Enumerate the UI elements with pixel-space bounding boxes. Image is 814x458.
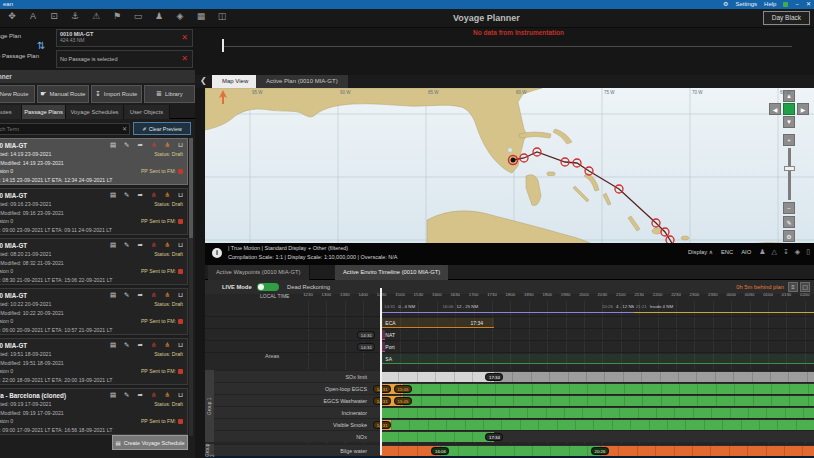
edit-icon[interactable]: ✎ [124, 141, 129, 149]
tab-routes[interactable]: Routes [0, 105, 22, 119]
tab-voyage-schedules[interactable]: Voyage Schedules [66, 105, 124, 119]
timeline-options-button[interactable]: ≡ [788, 282, 798, 292]
sidebar-scrollbar[interactable] [189, 138, 193, 436]
person-icon[interactable]: ♟ [153, 11, 165, 21]
export-icon[interactable]: ➦ [138, 291, 143, 299]
create-voyage-schedule-button[interactable]: ▤Create Voyage Schedule [112, 435, 188, 450]
route-check-icon[interactable]: ⋔ [151, 191, 156, 199]
zoom-slider-handle[interactable] [784, 166, 795, 171]
new-route-button[interactable]: ✚New Route [0, 85, 35, 103]
passage-plan-card[interactable]: 0010 MIA-GT▤✎➦⋔⋔⊔Created: 19:51 18-09-20… [0, 338, 188, 385]
export-icon[interactable]: ➦ [138, 141, 143, 149]
print-icon[interactable]: ▤ [110, 241, 116, 249]
swap-arrows-icon[interactable]: ⇅ [37, 40, 45, 51]
anchor-drop-icon[interactable]: ↧ [783, 248, 789, 256]
passage-plan-card[interactable]: 0010 MIA-GT▤✎➦⋔⋔⊔Created: 09:16 23-09-20… [0, 188, 188, 235]
enc-toggle[interactable]: ENC [721, 249, 733, 255]
timeline-expand-button[interactable]: ▢ [800, 282, 810, 292]
print-icon[interactable]: ▤ [110, 191, 116, 199]
delete-icon[interactable]: ⊔ [178, 391, 183, 399]
edit-icon[interactable]: ✎ [124, 191, 129, 199]
edit-icon[interactable]: ✎ [124, 291, 129, 299]
route-check-icon[interactable]: ⋔ [151, 141, 156, 149]
passage-plan-card[interactable]: 0010 MIA-GT▤✎➦⋔⋔⊔Created: 14:19 23-09-20… [0, 138, 188, 185]
passage-plan-card[interactable]: 0010 MIA-GT▤✎➦⋔⋔⊔Created: 10:22 20-09-20… [0, 288, 188, 335]
tag-icon[interactable]: ◈ [174, 11, 186, 21]
export-icon[interactable]: ➦ [138, 241, 143, 249]
zoom-slider-track[interactable] [788, 148, 791, 200]
draw-button[interactable]: ✎ [783, 216, 795, 228]
close-button[interactable]: ✕ [806, 0, 811, 9]
split-view-icon[interactable]: ◫ [216, 11, 228, 21]
map-settings-button[interactable]: ⚙ [783, 230, 795, 242]
clear-search-icon[interactable]: ✕ [122, 125, 127, 132]
clear-passage-icon[interactable]: ✕ [181, 54, 188, 63]
triangle-icon[interactable]: △ [771, 248, 776, 256]
edit-icon[interactable]: ✎ [124, 241, 129, 249]
tab-map-view[interactable]: Map View [212, 75, 258, 88]
tab-active-plan[interactable]: Active Plan (0010 MIA-GT) [256, 75, 348, 88]
library-button[interactable]: ≣Library [144, 85, 195, 103]
collapse-sidebar-icon[interactable]: ❮ [200, 76, 207, 85]
text-label-icon[interactable]: A [27, 11, 39, 21]
display-dropdown[interactable]: Display ∧ [688, 249, 713, 255]
zoom-in-button[interactable]: + [783, 134, 795, 146]
print-icon[interactable]: ▤ [110, 141, 116, 149]
clear-preview-button[interactable]: ✐Clear Preview [133, 122, 191, 135]
import-route-button[interactable]: ↧Import Route [91, 85, 142, 103]
print-icon[interactable]: ▤ [110, 291, 116, 299]
passage-plan-card[interactable]: India - Barcelona (cloned)▤✎➦⋔⋔⊔Created:… [0, 388, 188, 435]
live-mode-toggle[interactable] [257, 283, 279, 291]
anchor-icon[interactable]: ⚓ [69, 11, 81, 21]
help-button[interactable]: Help [764, 0, 776, 9]
clear-plan-icon[interactable]: ✕ [181, 33, 188, 42]
pan-right-button[interactable]: ▶ [797, 103, 809, 115]
print-icon[interactable]: ▤ [110, 391, 116, 399]
delete-icon[interactable]: ⊔ [178, 141, 183, 149]
delete-icon[interactable]: ⊔ [178, 241, 183, 249]
export-icon[interactable]: ➦ [138, 391, 143, 399]
day-mode-select[interactable]: Day Black [763, 11, 810, 25]
route-optimize-icon[interactable]: ⋔ [164, 291, 169, 299]
delete-icon[interactable]: ⊔ [178, 341, 183, 349]
tab-user-objects[interactable]: User Objects [124, 105, 170, 119]
pan-down-button[interactable]: ▼ [783, 116, 795, 128]
chart-map[interactable]: ▲ ◀ ▶ ▼ + − ✎ ⚙ 95 W90 W85 W80 W75 W70 W… [205, 88, 814, 243]
route-optimize-icon[interactable]: ⋔ [164, 391, 169, 399]
search-input[interactable] [0, 123, 130, 135]
flag-icon[interactable]: ⚑ [111, 11, 123, 21]
edit-icon[interactable]: ✎ [124, 391, 129, 399]
tab-active-waypoints[interactable]: Active Waypoints (0010 MIA-GT) [208, 265, 310, 280]
pan-icon[interactable]: ✥ [6, 11, 18, 21]
minimize-button[interactable]: − [795, 0, 799, 9]
delete-icon[interactable]: ⊔ [178, 291, 183, 299]
delete-icon[interactable]: ⊔ [178, 191, 183, 199]
tab-active-enviro-timeline[interactable]: Active Enviro Timeline (0010 MIA-GT) [335, 265, 448, 280]
ebl-icon[interactable]: ▦ [195, 11, 207, 21]
aio-toggle[interactable]: AIO [741, 249, 751, 255]
edit-icon[interactable]: ✎ [124, 341, 129, 349]
export-icon[interactable]: ➦ [138, 191, 143, 199]
route-check-icon[interactable]: ⋔ [151, 341, 156, 349]
zoom-out-button[interactable]: − [783, 202, 795, 214]
active-passage-box[interactable]: No Passage is selected ✕ [56, 50, 193, 68]
time-scrubber[interactable] [222, 46, 792, 47]
chart-panel-icon[interactable]: ▭ [132, 11, 144, 21]
panel-icon[interactable]: ▯ [806, 248, 810, 256]
route-optimize-icon[interactable]: ⋔ [164, 241, 169, 249]
tab-passage-plans[interactable]: Passage Plans [22, 105, 66, 119]
route-check-icon[interactable]: ⋔ [151, 241, 156, 249]
tag-icon[interactable]: ◈ [795, 248, 800, 256]
export-icon[interactable]: ➦ [138, 341, 143, 349]
center-ship-button[interactable] [783, 103, 795, 115]
manual-route-button[interactable]: ☛Manual Route [37, 85, 88, 103]
selected-plan-box[interactable]: 0010 MIA-GT 424.43 NM ✕ [56, 29, 193, 47]
select-area-icon[interactable]: ⊡ [48, 11, 60, 21]
settings-button[interactable]: Settings [735, 0, 757, 9]
scrubber-handle[interactable] [222, 39, 224, 52]
gear-icon[interactable]: ⚙ [723, 0, 728, 9]
route-optimize-icon[interactable]: ⋔ [164, 341, 169, 349]
route-optimize-icon[interactable]: ⋔ [164, 191, 169, 199]
passage-plan-card[interactable]: 0010 MIA-GT▤✎➦⋔⋔⊔Created: 08:20 21-09-20… [0, 238, 188, 285]
route-optimize-icon[interactable]: ⋔ [164, 141, 169, 149]
